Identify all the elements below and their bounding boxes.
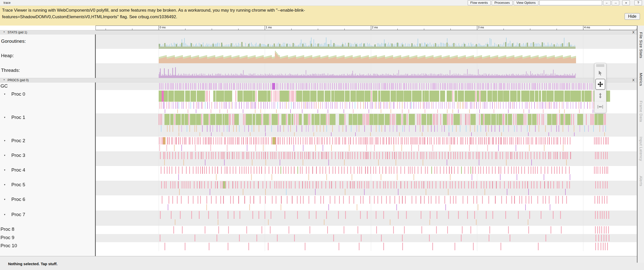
timeline-viewport: ▾ STATS (pid 1) X ▾ PROCS (pid 0) X Goro… [0,26,644,256]
track-label-proc-10: Proc 10 [1,243,17,248]
close-section-button[interactable]: X [631,78,636,82]
status-message: Nothing selected. Tap stuff. [8,262,58,266]
tool-palette [594,63,606,113]
timing-tool-button[interactable] [595,101,605,112]
tab-file-size-stats[interactable]: File Size Stats [639,32,643,58]
track-label-gc: GC [1,83,8,89]
find-next-button[interactable]: → [612,0,619,5]
pan-tool-button[interactable] [595,79,605,90]
section-title: STATS (pid 1) [8,30,27,34]
track-label-goroutines: Goroutines: [1,38,26,44]
track-label-proc-6[interactable]: ▾Proc 6 [0,197,25,202]
expand-triangle-icon[interactable]: ▾ [4,169,5,171]
track-label-proc-8: Proc 8 [1,226,14,232]
tab-metrics[interactable]: Metrics [639,73,643,86]
expand-triangle-icon[interactable]: ▾ [4,154,5,157]
vertical-zoom-icon [597,93,603,99]
expand-triangle-icon[interactable]: ▾ [4,213,5,216]
track-label-proc-5[interactable]: ▾Proc 5 [0,182,25,188]
zoom-vertical-tool-button[interactable] [595,90,605,101]
horizontal-span-icon [597,104,603,110]
warning-banner-text: Trace Viewer is running with WebComponen… [0,6,644,20]
track-label-proc-1[interactable]: ▾Proc 1 [0,115,25,120]
tab-frame-data: Frame Data [639,101,643,122]
warning-banner: Trace Viewer is running with WebComponen… [0,6,644,26]
section-title: PROCS (pid 0) [8,78,29,82]
timeline-track-canvas[interactable] [96,26,637,256]
window-title: trace [4,0,11,6]
section-header-procs[interactable]: ▾ PROCS (pid 0) X [0,78,637,82]
track-label-proc-2[interactable]: ▾Proc 2 [0,138,25,143]
track-label-proc-3[interactable]: ▾Proc 3 [0,153,25,158]
tab-input-latency: Input Latency [639,137,643,161]
pan-move-icon [597,81,603,87]
track-label-heap: Heap: [1,53,14,58]
flow-events-button[interactable]: Flow events [468,0,491,5]
collapse-triangle-icon[interactable]: ▾ [4,31,5,33]
track-label-threads: Threads: [1,68,20,73]
select-tool-button[interactable] [595,68,605,79]
hide-banner-button[interactable]: Hide [625,13,640,20]
processes-button[interactable]: Processes [492,0,513,5]
warning-line-1: Trace Viewer is running with WebComponen… [2,7,644,14]
expand-triangle-icon[interactable]: ▾ [4,198,5,201]
expand-triangle-icon[interactable]: ▾ [4,93,5,95]
tab-alerts: Alerts [639,176,643,186]
expand-triangle-icon[interactable]: ▾ [4,183,5,186]
more-options-button[interactable]: » [622,0,630,5]
status-bar: Nothing selected. Tap stuff. [0,256,644,270]
view-options-button[interactable]: View Options [514,0,538,5]
warning-line-2: features=ShadowDOMV0,CustomElementsV0,HT… [2,14,644,20]
topbar-controls: Flow events Processes View Options ← → »… [468,0,642,5]
track-label-proc-0[interactable]: ▾Proc 0 [0,91,25,97]
close-section-button[interactable]: X [631,30,636,34]
section-header-stats[interactable]: ▾ STATS (pid 1) X [0,30,637,34]
window-titlebar: trace Flow events Processes View Options… [0,0,644,6]
track-label-proc-7[interactable]: ▾Proc 7 [0,212,25,217]
cursor-arrow-icon [597,70,603,76]
collapse-triangle-icon[interactable]: ▾ [4,78,5,81]
search-input[interactable] [539,0,602,5]
expand-triangle-icon[interactable]: ▾ [4,116,5,119]
help-button[interactable]: ? [634,0,642,5]
expand-triangle-icon[interactable]: ▾ [4,139,5,142]
right-tab-strip: File Size StatsMetricsFrame DataInput La… [637,26,644,263]
find-previous-button[interactable]: ← [603,0,611,5]
palette-drag-handle[interactable] [596,64,604,67]
track-label-proc-9: Proc 9 [1,235,14,240]
track-label-proc-4[interactable]: ▾Proc 4 [0,167,25,173]
